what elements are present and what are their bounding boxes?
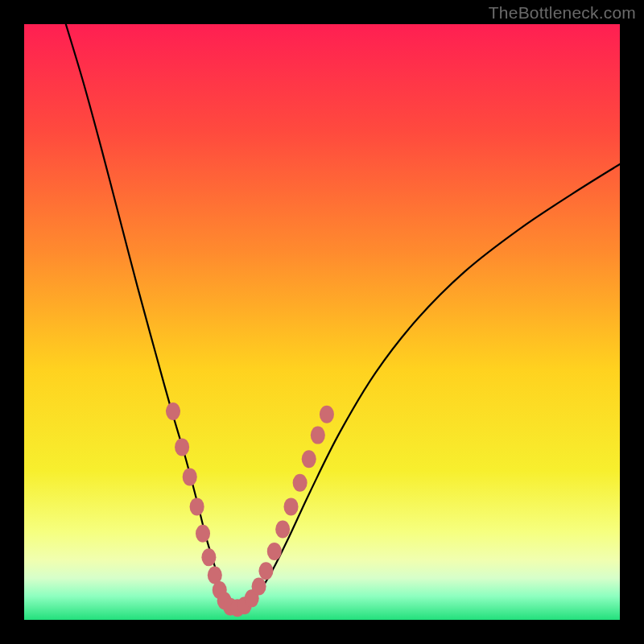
gradient-background — [24, 24, 620, 620]
curve-dot — [258, 562, 273, 580]
curve-dot — [311, 427, 325, 444]
curve-dot — [190, 497, 204, 515]
plot-area — [24, 24, 620, 620]
curve-dot — [267, 543, 282, 560]
watermark-text: TheBottleneck.com — [489, 3, 636, 23]
curve-dot — [196, 525, 210, 543]
curve-dot — [175, 438, 189, 456]
curve-dot — [252, 578, 266, 596]
curve-dot — [201, 548, 216, 566]
curve-dot — [284, 497, 299, 515]
chart-svg — [24, 24, 620, 620]
curve-dot — [166, 402, 180, 420]
curve-dot — [293, 474, 308, 492]
curve-dot — [302, 450, 316, 468]
curve-dot — [320, 406, 334, 423]
outer-frame: TheBottleneck.com — [0, 0, 644, 644]
curve-dot — [275, 521, 290, 539]
curve-dot — [183, 468, 197, 485]
